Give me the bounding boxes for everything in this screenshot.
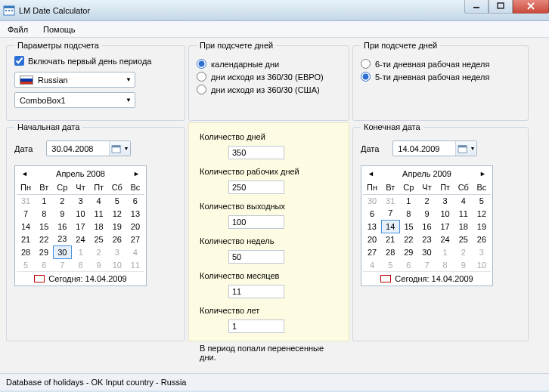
cal-day[interactable]: 6	[35, 258, 53, 271]
cal-day[interactable]: 13	[126, 207, 144, 220]
cal-day[interactable]: 10	[473, 258, 491, 271]
cal-day[interactable]: 20	[126, 220, 144, 233]
cal-day[interactable]: 2	[53, 194, 71, 207]
cal-day[interactable]: 11	[126, 258, 144, 271]
cal-day[interactable]: 9	[90, 258, 108, 271]
cal-day[interactable]: 6	[399, 258, 417, 271]
cal-day[interactable]: 19	[108, 220, 126, 233]
months-input[interactable]	[228, 285, 284, 298]
cal-day[interactable]: 25	[90, 233, 108, 245]
cal-day[interactable]: 14	[381, 220, 399, 233]
radio-360-usa-row[interactable]: дни исходя из 360/30 (США)	[197, 85, 341, 94]
cal-prev-button[interactable]: ◄	[366, 170, 376, 177]
cal-day[interactable]: 3	[473, 245, 491, 258]
cal-day[interactable]: 17	[71, 220, 89, 233]
cal-day[interactable]: 10	[436, 207, 454, 220]
cal-day[interactable]: 23	[53, 233, 71, 245]
start-date-input[interactable]	[47, 143, 109, 155]
cal-day[interactable]: 18	[90, 220, 108, 233]
cal-day[interactable]: 14	[17, 220, 35, 233]
cal-day[interactable]: 1	[35, 194, 53, 207]
cal-day[interactable]: 5	[381, 258, 399, 271]
radio-360-euro-row[interactable]: дни исходя из 360/30 (ЕВРО)	[197, 72, 341, 82]
radio-6day-row[interactable]: 6-ти дневная рабочая неделя	[361, 59, 520, 69]
end-date-input[interactable]	[393, 143, 455, 155]
radio-5day-row[interactable]: 5-ти дневная рабочая неделя	[361, 72, 520, 82]
cal-day[interactable]: 8	[399, 207, 417, 220]
cal-day[interactable]: 3	[436, 194, 454, 207]
cal-day[interactable]: 3	[71, 194, 89, 207]
cal-day[interactable]: 31	[17, 194, 35, 207]
cal-day[interactable]: 5	[108, 194, 126, 207]
cal-day[interactable]: 16	[53, 220, 71, 233]
cal-day[interactable]: 29	[399, 245, 417, 258]
combobox1[interactable]: ComboBox1 ▼	[14, 92, 135, 108]
cal-day[interactable]: 18	[454, 220, 473, 233]
menu-help[interactable]: Помощь	[40, 23, 79, 35]
cal-day[interactable]: 2	[417, 194, 436, 207]
cal-day[interactable]: 10	[108, 258, 126, 271]
cal-day[interactable]: 8	[35, 207, 53, 220]
cal-today-label[interactable]: Сегодня: 14.04.2009	[395, 274, 473, 283]
days-input[interactable]	[228, 146, 284, 159]
end-calendar[interactable]: ◄Апрель 2009►ПнВтСрЧтПтСбВс3031123456789…	[361, 165, 493, 286]
cal-day[interactable]: 15	[35, 220, 53, 233]
radio-calendar-days[interactable]	[197, 59, 206, 69]
cal-day[interactable]: 20	[363, 233, 381, 245]
cal-day[interactable]: 2	[90, 245, 108, 258]
radio-5day[interactable]	[361, 72, 371, 82]
cal-day[interactable]: 27	[126, 233, 144, 245]
cal-day[interactable]: 7	[381, 207, 399, 220]
weeks-input[interactable]	[228, 250, 284, 264]
cal-day[interactable]: 9	[53, 207, 71, 220]
cal-day[interactable]: 26	[108, 233, 126, 245]
cal-day[interactable]: 1	[71, 245, 89, 258]
cal-day[interactable]: 31	[381, 194, 399, 207]
maximize-button[interactable]	[489, 0, 513, 14]
cal-day[interactable]: 27	[363, 245, 381, 258]
cal-day[interactable]: 7	[17, 207, 35, 220]
cal-day[interactable]: 28	[17, 245, 35, 258]
close-button[interactable]	[513, 0, 549, 14]
cal-day[interactable]: 29	[35, 245, 53, 258]
cal-day[interactable]: 30	[417, 245, 436, 258]
cal-day[interactable]: 9	[417, 207, 436, 220]
radio-360-usa[interactable]	[197, 85, 206, 94]
include-first-day-checkbox[interactable]	[14, 56, 24, 66]
cal-day[interactable]: 2	[454, 245, 473, 258]
end-date-input-wrap[interactable]: ▼	[392, 140, 477, 156]
cal-day[interactable]: 3	[108, 245, 126, 258]
cal-next-button[interactable]: ►	[478, 170, 488, 177]
cal-today-label[interactable]: Сегодня: 14.04.2009	[48, 274, 126, 283]
cal-day[interactable]: 30	[53, 245, 71, 258]
radio-360-euro[interactable]	[197, 72, 206, 82]
cal-day[interactable]: 28	[381, 245, 399, 258]
cal-day[interactable]: 1	[436, 245, 454, 258]
cal-day[interactable]: 6	[363, 207, 381, 220]
cal-day[interactable]: 21	[17, 233, 35, 245]
cal-day[interactable]: 4	[363, 258, 381, 271]
years-input[interactable]	[228, 319, 284, 333]
weekends-input[interactable]	[228, 215, 284, 229]
cal-day[interactable]: 7	[53, 258, 71, 271]
cal-day[interactable]: 16	[417, 220, 436, 233]
menu-file[interactable]: Файл	[5, 23, 31, 35]
cal-day[interactable]: 5	[473, 194, 491, 207]
cal-day[interactable]: 11	[90, 207, 108, 220]
include-first-day-label[interactable]: Включать первый день периода	[14, 56, 177, 66]
cal-day[interactable]: 7	[417, 258, 436, 271]
cal-day[interactable]: 4	[90, 194, 108, 207]
radio-6day[interactable]	[361, 59, 371, 69]
cal-day[interactable]: 24	[436, 233, 454, 245]
cal-day[interactable]: 25	[454, 233, 473, 245]
minimize-button[interactable]	[464, 0, 489, 14]
cal-day[interactable]: 5	[17, 258, 35, 271]
start-calendar[interactable]: ◄Апрель 2008►ПнВтСрЧтПтСбВс3112345678910…	[14, 165, 147, 286]
cal-day[interactable]: 13	[363, 220, 381, 233]
workdays-input[interactable]	[228, 181, 284, 194]
cal-day[interactable]: 30	[363, 194, 381, 207]
cal-day[interactable]: 8	[71, 258, 89, 271]
cal-day[interactable]: 9	[454, 258, 473, 271]
cal-day[interactable]: 11	[454, 207, 473, 220]
cal-day[interactable]: 26	[473, 233, 491, 245]
